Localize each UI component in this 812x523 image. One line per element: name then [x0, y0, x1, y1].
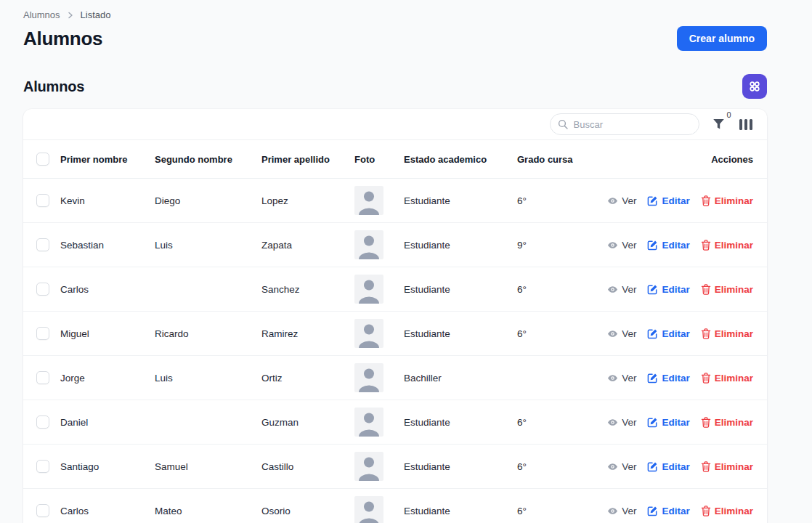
- eye-icon: [607, 328, 618, 339]
- table-row: Carlos Sanchez Estudiante 6°: [23, 267, 767, 312]
- view-button[interactable]: Ver: [607, 461, 636, 472]
- eye-icon: [607, 240, 618, 251]
- row-checkbox[interactable]: [36, 327, 49, 340]
- delete-button[interactable]: Eliminar: [701, 328, 753, 339]
- view-button[interactable]: Ver: [607, 373, 636, 384]
- eye-icon: [607, 195, 618, 206]
- edit-button[interactable]: Editar: [647, 284, 689, 295]
- person-silhouette-icon: [354, 363, 383, 392]
- trash-icon: [701, 373, 711, 384]
- page-title: Alumnos: [23, 28, 102, 50]
- student-photo-placeholder: [354, 496, 383, 523]
- table-row: Santiago Samuel Castillo Estudiante 6°: [23, 445, 767, 489]
- column-header-estado: Estado academico: [404, 140, 517, 179]
- column-header-grado: Grado cursa: [517, 140, 625, 179]
- grid-view-button[interactable]: [742, 74, 767, 99]
- edit-pencil-icon: [647, 417, 658, 428]
- filter-count-badge: 0: [726, 110, 731, 119]
- person-silhouette-icon: [354, 186, 383, 215]
- column-header-acciones: Acciones: [625, 140, 767, 179]
- view-button[interactable]: Ver: [607, 195, 636, 206]
- cell-primer-apellido: Castillo: [261, 445, 354, 489]
- person-silhouette-icon: [354, 496, 383, 523]
- trash-icon: [701, 506, 711, 516]
- delete-button[interactable]: Eliminar: [701, 506, 753, 516]
- edit-pencil-icon: [647, 461, 658, 472]
- view-button[interactable]: Ver: [607, 284, 636, 295]
- row-checkbox[interactable]: [36, 460, 49, 473]
- cell-primer-nombre: Carlos: [60, 267, 155, 312]
- person-silhouette-icon: [354, 452, 383, 481]
- edit-button[interactable]: Editar: [647, 417, 689, 428]
- row-checkbox[interactable]: [36, 194, 49, 207]
- create-student-button[interactable]: Crear alumno: [677, 26, 767, 51]
- cell-primer-apellido: Ramirez: [261, 312, 354, 356]
- column-header-foto: Foto: [354, 140, 404, 179]
- breadcrumb: Alumnos Listado: [23, 9, 767, 20]
- cell-estado-academico: Estudiante: [404, 400, 517, 445]
- table-toolbar: 0: [23, 109, 767, 140]
- delete-button[interactable]: Eliminar: [701, 240, 753, 251]
- row-checkbox[interactable]: [36, 415, 49, 429]
- trash-icon: [701, 284, 711, 295]
- view-button[interactable]: Ver: [607, 328, 636, 339]
- delete-button[interactable]: Eliminar: [701, 284, 753, 295]
- table-row: Sebastian Luis Zapata Estudiante 9°: [23, 223, 767, 267]
- cell-estado-academico: Estudiante: [404, 267, 517, 312]
- cell-primer-apellido: Osorio: [261, 489, 354, 523]
- cell-segundo-nombre: [155, 400, 261, 445]
- search-box: [550, 113, 699, 135]
- cell-primer-apellido: Lopez: [261, 179, 354, 223]
- row-checkbox[interactable]: [36, 371, 49, 384]
- edit-pencil-icon: [647, 240, 658, 251]
- cell-primer-nombre: Miguel: [60, 312, 155, 356]
- columns-button[interactable]: [738, 118, 755, 131]
- breadcrumb-item-alumnos[interactable]: Alumnos: [23, 9, 60, 20]
- edit-button[interactable]: Editar: [647, 195, 689, 206]
- table-row: Miguel Ricardo Ramirez Estudiante 6°: [23, 312, 767, 356]
- edit-button[interactable]: Editar: [647, 506, 689, 516]
- delete-button[interactable]: Eliminar: [701, 373, 753, 384]
- trash-icon: [701, 195, 711, 206]
- filter-funnel-icon: [712, 118, 725, 130]
- view-button[interactable]: Ver: [607, 417, 636, 428]
- column-header-primer-nombre: Primer nombre: [60, 140, 155, 179]
- table-row: Daniel Guzman Estudiante 6°: [23, 400, 767, 445]
- cell-estado-academico: Estudiante: [404, 179, 517, 223]
- trash-icon: [701, 240, 711, 251]
- person-silhouette-icon: [354, 230, 383, 259]
- delete-button[interactable]: Eliminar: [701, 417, 753, 428]
- delete-button[interactable]: Eliminar: [701, 461, 753, 472]
- view-button[interactable]: Ver: [607, 240, 636, 251]
- search-input[interactable]: [550, 113, 699, 135]
- delete-button[interactable]: Eliminar: [701, 195, 753, 206]
- column-header-primer-apellido: Primer apellido: [261, 140, 354, 179]
- edit-pencil-icon: [647, 328, 658, 339]
- row-checkbox[interactable]: [36, 504, 49, 517]
- row-checkbox[interactable]: [36, 238, 49, 251]
- table-body: Kevin Diego Lopez Estudiante 6°: [23, 179, 767, 523]
- select-all-checkbox[interactable]: [36, 153, 49, 166]
- edit-button[interactable]: Editar: [647, 240, 689, 251]
- edit-button[interactable]: Editar: [647, 373, 689, 384]
- cell-segundo-nombre: Diego: [155, 179, 261, 223]
- column-header-segundo-nombre: Segundo nombre: [155, 140, 261, 179]
- edit-pencil-icon: [647, 284, 658, 295]
- cell-primer-nombre: Santiago: [60, 445, 155, 489]
- edit-pencil-icon: [647, 373, 658, 384]
- student-photo-placeholder: [354, 319, 383, 348]
- cell-estado-academico: Estudiante: [404, 445, 517, 489]
- cell-primer-apellido: Sanchez: [261, 267, 354, 312]
- edit-button[interactable]: Editar: [647, 461, 689, 472]
- student-photo-placeholder: [354, 408, 383, 437]
- cell-primer-apellido: Guzman: [261, 400, 354, 445]
- row-checkbox[interactable]: [36, 283, 49, 296]
- table-row: Carlos Mateo Osorio Estudiante 6°: [23, 489, 767, 523]
- cell-primer-nombre: Daniel: [60, 400, 155, 445]
- view-button[interactable]: Ver: [607, 506, 636, 516]
- cell-primer-nombre: Carlos: [60, 489, 155, 523]
- filter-button[interactable]: [711, 117, 726, 131]
- edit-button[interactable]: Editar: [647, 328, 689, 339]
- person-silhouette-icon: [354, 319, 383, 348]
- chevron-right-icon: [67, 12, 74, 19]
